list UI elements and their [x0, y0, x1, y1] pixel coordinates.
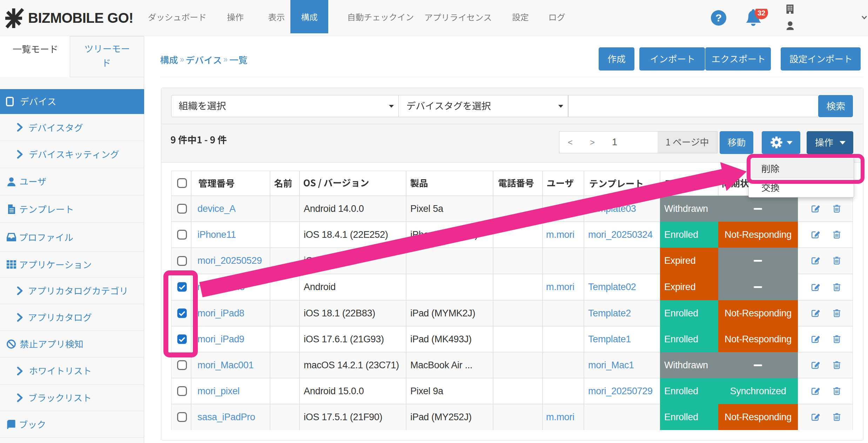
svg-text:32: 32: [758, 9, 765, 17]
svg-text:?: ?: [715, 12, 722, 24]
